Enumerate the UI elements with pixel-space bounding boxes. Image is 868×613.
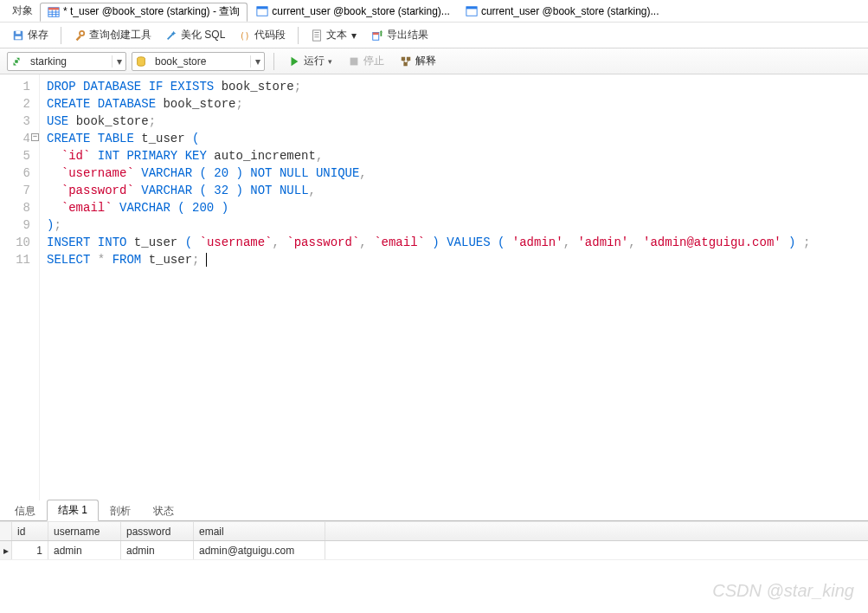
play-icon	[288, 55, 300, 68]
tab-label: * t_user @book_store (starking) - 查询	[63, 4, 240, 19]
chevron-down-icon: ▾	[328, 57, 332, 66]
row-indicator-icon: ▸	[0, 541, 12, 559]
tools-icon	[74, 29, 86, 42]
result-grid: id username password email ▸ 1 admin adm…	[0, 521, 868, 560]
separator	[298, 27, 299, 44]
table-icon	[256, 5, 268, 17]
main-toolbar: 保存 查询创建工具 美化 SQL () 代码段 文本 ▾ 导出结果	[0, 23, 868, 48]
sql-editor[interactable]: 1234−567891011 DROP DATABASE IF EXISTS b…	[0, 74, 868, 500]
svg-rect-1	[48, 7, 59, 10]
tab-info[interactable]: 信息	[3, 500, 47, 521]
database-value: book_store	[150, 55, 250, 68]
explain-label: 解释	[415, 54, 436, 68]
chevron-down-icon: ▾	[350, 29, 357, 42]
stop-button: 停止	[343, 52, 389, 70]
svg-rect-26	[403, 61, 407, 65]
svg-rect-15	[313, 29, 321, 40]
run-label: 运行	[304, 54, 325, 68]
beautify-label: 美化 SQL	[181, 28, 225, 42]
cell-email[interactable]: admin@atguigu.com	[194, 541, 325, 559]
svg-rect-7	[257, 6, 267, 9]
stop-label: 停止	[363, 54, 384, 68]
query-builder-label: 查询创建工具	[89, 28, 151, 42]
cell-username[interactable]: admin	[48, 541, 121, 559]
chevron-down-icon: ▾	[112, 55, 125, 68]
stop-icon	[348, 55, 360, 68]
chevron-down-icon: ▾	[250, 55, 264, 68]
tab-query-2[interactable]: current_user @book_store (starking)...	[249, 2, 457, 21]
tab-label: current_user @book_store (starking)...	[481, 5, 659, 17]
connection-value: starking	[25, 55, 112, 68]
connection-selector[interactable]: starking ▾	[7, 52, 126, 71]
run-toolbar: starking ▾ book_store ▾ 运行 ▾ 停止 解释	[0, 48, 868, 74]
save-label: 保存	[28, 28, 48, 42]
export-icon	[371, 29, 383, 42]
col-username[interactable]: username	[48, 522, 121, 540]
export-button[interactable]: 导出结果	[366, 26, 434, 44]
tab-profile[interactable]: 剖析	[99, 500, 142, 521]
svg-rect-21	[15, 60, 18, 63]
text-button[interactable]: 文本 ▾	[305, 26, 363, 44]
code-area[interactable]: DROP DATABASE IF EXISTS book_store;CREAT…	[40, 74, 868, 500]
svg-rect-24	[402, 56, 405, 60]
separator	[273, 53, 274, 70]
explain-icon	[400, 55, 412, 68]
tab-query-3[interactable]: current_user @book_store (starking)...	[459, 2, 666, 21]
document-tabbar: 对象 * t_user @book_store (starking) - 查询 …	[0, 0, 868, 23]
text-label: 文本	[326, 28, 347, 42]
wand-icon	[165, 29, 177, 42]
tab-status[interactable]: 状态	[142, 500, 185, 521]
table-icon	[48, 6, 60, 18]
snippet-label: 代码段	[254, 28, 286, 42]
database-icon	[132, 55, 150, 68]
svg-text:(): ()	[240, 30, 250, 40]
run-button[interactable]: 运行 ▾	[283, 52, 338, 70]
svg-rect-20	[373, 32, 379, 35]
grid-header: id username password email	[0, 522, 868, 541]
database-selector[interactable]: book_store ▾	[132, 52, 265, 71]
svg-rect-23	[350, 57, 358, 65]
separator	[61, 27, 61, 44]
save-icon	[12, 29, 24, 42]
col-email[interactable]: email	[194, 522, 325, 540]
export-label: 导出结果	[387, 28, 428, 42]
col-password[interactable]: password	[121, 522, 194, 540]
object-label[interactable]: 对象	[7, 3, 38, 18]
svg-point-13	[80, 30, 84, 35]
cell-password[interactable]: admin	[121, 541, 194, 559]
watermark: CSDN @star_king	[712, 581, 854, 601]
query-builder-button[interactable]: 查询创建工具	[68, 26, 157, 44]
tab-result[interactable]: 结果 1	[47, 500, 99, 521]
cell-id[interactable]: 1	[12, 541, 48, 559]
connection-icon	[8, 55, 25, 68]
table-icon	[466, 5, 478, 17]
document-icon	[311, 29, 323, 42]
svg-rect-9	[466, 6, 477, 9]
tab-query-active[interactable]: * t_user @book_store (starking) - 查询	[40, 3, 248, 22]
svg-rect-11	[16, 30, 20, 34]
line-gutter: 1234−567891011	[0, 74, 40, 500]
row-header-corner	[0, 522, 12, 540]
tab-label: current_user @book_store (starking)...	[272, 5, 450, 17]
code-icon: ()	[239, 29, 251, 42]
explain-button[interactable]: 解释	[395, 52, 441, 70]
beautify-button[interactable]: 美化 SQL	[160, 26, 230, 44]
save-button[interactable]: 保存	[7, 26, 54, 44]
col-id[interactable]: id	[12, 522, 48, 540]
svg-rect-25	[407, 56, 410, 60]
svg-rect-12	[16, 35, 22, 39]
result-tabbar: 信息 结果 1 剖析 状态	[0, 500, 868, 521]
table-row[interactable]: ▸ 1 admin admin admin@atguigu.com	[0, 541, 868, 560]
snippet-button[interactable]: () 代码段	[234, 26, 291, 44]
